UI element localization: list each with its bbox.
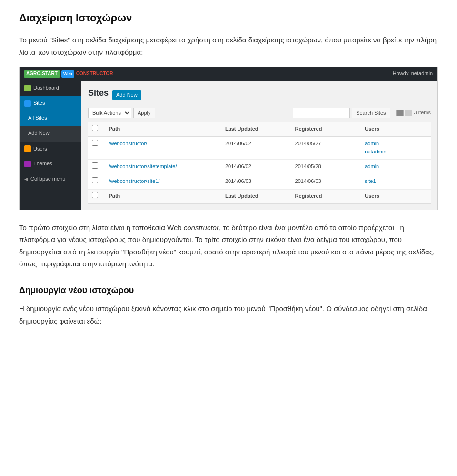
search-area: Search Sites 3 items	[293, 108, 431, 118]
table-row: /webconstructor/2014/06/022014/05/27admi…	[88, 136, 431, 159]
content-block-1: Το πρώτο στοιχείο στη λίστα είναι η τοπο…	[19, 222, 438, 270]
apply-button[interactable]: Apply	[133, 108, 155, 118]
grid-view-icon[interactable]	[405, 110, 412, 116]
wp-topbar: AGRO-START Web CONSTRUCTOR Howdy, netadm…	[20, 67, 437, 81]
add-new-button[interactable]: Add New	[112, 90, 141, 101]
user-link[interactable]: admin	[365, 141, 379, 146]
user-link[interactable]: admin	[365, 163, 379, 169]
th-registered: Registered	[291, 122, 361, 136]
italic-constructor: constructor	[184, 223, 219, 232]
sidebar-label-users: Users	[33, 145, 47, 153]
sidebar-item-users[interactable]: Users	[20, 141, 81, 157]
tf-checkbox	[88, 189, 105, 203]
cell-registered: 2014/05/28	[291, 159, 361, 174]
list-view-icon[interactable]	[396, 110, 404, 116]
topbar-howdy: Howdy, netadmin	[393, 70, 433, 78]
sidebar-label-add-new: Add New	[28, 129, 50, 138]
cell-users: adminnetadmin	[361, 136, 431, 159]
wp-admin-body: Dashboard Sites All Sites Add New	[20, 81, 437, 209]
sidebar-item-collapse[interactable]: ◀ Collapse menu	[20, 172, 81, 187]
table-row: /webconstructor/sitetemplate/2014/06/022…	[88, 159, 431, 174]
wp-sidebar: Dashboard Sites All Sites Add New	[20, 81, 81, 209]
collapse-arrow-icon: ◀	[24, 175, 28, 183]
logo-constructor: CONSTRUCTOR	[76, 70, 113, 78]
sites-table: Path Last Updated Registered Users /webc…	[88, 122, 431, 204]
page-wrapper: Διαχείριση Ιστοχώρων Το μενού "Sites" στ…	[0, 0, 457, 354]
logo-area: AGRO-START Web CONSTRUCTOR	[24, 70, 113, 78]
tf-registered: Registered	[291, 189, 361, 203]
th-path: Path	[105, 122, 221, 136]
path-link[interactable]: /webconstructor/site1/	[109, 178, 159, 184]
search-sites-button[interactable]: Search Sites	[352, 108, 390, 118]
sidebar-label-all-sites: All Sites	[28, 114, 47, 122]
logo-web: Web	[61, 70, 74, 78]
sidebar-item-sites[interactable]: Sites	[20, 96, 81, 111]
table-footer-row: Path Last Updated Registered Users	[88, 189, 431, 203]
th-last-updated: Last Updated	[221, 122, 291, 136]
sidebar-item-dashboard[interactable]: Dashboard	[20, 81, 81, 96]
sites-icon	[24, 100, 31, 107]
sidebar-item-all-sites[interactable]: All Sites	[20, 111, 81, 126]
sites-title-row: Sites Add New	[88, 86, 431, 104]
items-count: 3 items	[414, 109, 431, 117]
row-checkbox[interactable]	[92, 162, 98, 169]
row-checkbox[interactable]	[92, 177, 98, 183]
content-block-2: Η δημιουργία ενός νέου ιστοχώρου ξεκινά …	[19, 303, 438, 327]
th-checkbox	[88, 122, 105, 136]
cell-registered: 2014/05/27	[291, 136, 361, 159]
table-header-row: Path Last Updated Registered Users	[88, 122, 431, 136]
user-link[interactable]: netadmin	[365, 149, 386, 154]
wp-main-area: Sites Add New Bulk Actions Apply Search …	[81, 81, 437, 209]
cell-last-updated: 2014/06/03	[221, 174, 291, 190]
cell-last-updated: 2014/06/02	[221, 159, 291, 174]
search-sites-input[interactable]	[293, 108, 350, 118]
cell-registered: 2014/06/03	[291, 174, 361, 190]
users-icon	[24, 145, 31, 152]
themes-icon	[24, 161, 31, 167]
section-title-new-site: Δημιουργία νέου ιστοχώρου	[19, 284, 438, 297]
path-link[interactable]: /webconstructor/sitetemplate/	[109, 163, 177, 169]
sidebar-label-sites: Sites	[33, 99, 45, 108]
tf-last-updated: Last Updated	[221, 189, 291, 203]
wp-toolbar: Bulk Actions Apply Search Sites 3 items	[88, 108, 431, 118]
row-checkbox[interactable]	[92, 140, 98, 146]
page-title: Διαχείριση Ιστοχώρων	[19, 10, 438, 26]
logo-agro: AGRO-START	[24, 70, 60, 78]
sites-page-title: Sites	[88, 86, 109, 100]
bulk-actions-select[interactable]: Bulk Actions	[88, 108, 131, 118]
intro-paragraph: Το μενού "Sites" στη σελίδα διαχείρισης …	[19, 34, 438, 58]
user-link[interactable]: site1	[365, 178, 376, 184]
sidebar-item-themes[interactable]: Themes	[20, 156, 81, 172]
th-users: Users	[361, 122, 431, 136]
select-all-footer-checkbox[interactable]	[92, 192, 98, 198]
table-row: /webconstructor/site1/2014/06/032014/06/…	[88, 174, 431, 190]
sidebar-label-dashboard: Dashboard	[33, 84, 59, 92]
content-paragraph-1: Το πρώτο στοιχείο στη λίστα είναι η τοπο…	[19, 222, 438, 270]
tf-users: Users	[361, 189, 431, 203]
sidebar-item-add-new[interactable]: Add New	[20, 126, 81, 141]
view-icons	[396, 110, 412, 116]
sidebar-label-collapse: Collapse menu	[30, 175, 65, 183]
wp-admin-screenshot: AGRO-START Web CONSTRUCTOR Howdy, netadm…	[19, 67, 438, 210]
tf-path: Path	[105, 189, 221, 203]
path-link[interactable]: /webconstructor/	[109, 141, 147, 146]
cell-users: site1	[361, 174, 431, 190]
cell-last-updated: 2014/06/02	[221, 136, 291, 159]
content-paragraph-2: Η δημιουργία ενός νέου ιστοχώρου ξεκινά …	[19, 303, 438, 327]
sidebar-label-themes: Themes	[33, 160, 52, 168]
cell-users: admin	[361, 159, 431, 174]
dashboard-icon	[24, 85, 31, 91]
select-all-checkbox[interactable]	[92, 125, 98, 131]
